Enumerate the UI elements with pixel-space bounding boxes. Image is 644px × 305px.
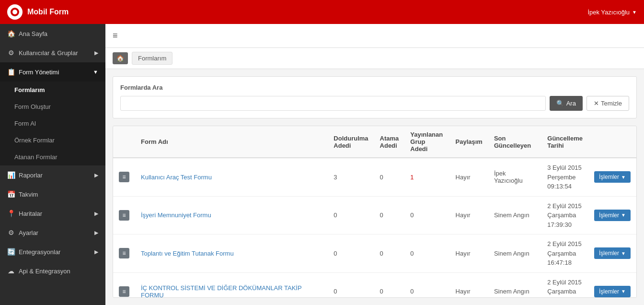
main-header: ≡ <box>105 24 644 48</box>
sidebar-label-entegrasyonlar: Entegrasyonlar <box>19 248 60 256</box>
sidebar-item-form-olustur[interactable]: Form Oluştur <box>0 98 105 115</box>
cell-icon: ≡ <box>113 272 135 298</box>
sidebar-item-takvim[interactable]: 📅 Takvim <box>0 185 105 204</box>
forms-table-container: Form Adı Doldurulma Adedi Atama Adedi Ya… <box>113 126 637 298</box>
search-row: 🔍 Ara ✕ Temizle <box>120 96 629 111</box>
clear-label: Temizle <box>601 100 622 107</box>
sidebar-item-form-al[interactable]: Form Al <box>0 115 105 132</box>
chart-icon: 📊 <box>7 171 15 179</box>
cell-atama: 0 <box>374 196 405 235</box>
user-menu[interactable]: İpek Yazıcıoğlu <box>587 9 637 16</box>
sidebar-label-ornek-formlar: Örnek Formlar <box>14 137 55 144</box>
sidebar-label-form-olustur: Form Oluştur <box>14 103 51 110</box>
search-input[interactable] <box>120 96 546 111</box>
islemler-label: İşlemler <box>599 250 619 257</box>
sidebar-item-haritalar[interactable]: 📍 Haritalar ▶ <box>0 204 105 223</box>
form-type-icon: ≡ <box>119 248 129 258</box>
cell-form-adi[interactable]: Toplantı ve Eğitim Tutanak Formu <box>135 235 328 273</box>
th-islemler <box>588 126 636 158</box>
sidebar-item-atanan-formlar[interactable]: Atanan Formlar <box>0 149 105 165</box>
islemler-button[interactable]: İşlemler ▼ <box>594 171 631 183</box>
sidebar-label-ayarlar: Ayarlar <box>19 229 38 236</box>
app-logo <box>7 4 23 20</box>
sidebar-item-kullanicilar[interactable]: ⚙ Kullanıcılar & Gruplar ▶ <box>0 43 105 62</box>
cell-guncelleme: 2 Eylül 2015 Çarşamba 15:21:09 <box>541 272 588 298</box>
form-type-icon: ≡ <box>119 286 129 297</box>
gear-icon: ⚙ <box>7 49 15 57</box>
sidebar-label-ana-sayfa: Ana Sayfa <box>19 30 47 37</box>
cell-icon: ≡ <box>113 196 135 235</box>
cell-atama: 0 <box>374 272 405 298</box>
user-name: İpek Yazıcıoğlu <box>587 9 630 16</box>
sidebar-item-ornek-formlar[interactable]: Örnek Formlar <box>0 132 105 149</box>
table-row: ≡ İşyeri Memnuniyet Formu 0 0 0 Hayır Si… <box>113 196 636 235</box>
sidebar-item-form-yonetimi[interactable]: 📋 Form Yönetimi ▼ <box>0 62 105 82</box>
cell-form-adi[interactable]: Kullanıcı Araç Test Formu <box>135 158 328 196</box>
sidebar-item-ana-sayfa[interactable]: 🏠 Ana Sayfa <box>0 24 105 43</box>
breadcrumb-current: Formlarım <box>132 52 172 65</box>
sidebar-label-form-al: Form Al <box>14 120 36 127</box>
sidebar-item-entegrasyonlar[interactable]: 🔄 Entegrasyonlar ▶ <box>0 242 105 261</box>
table-row: ≡ Kullanıcı Araç Test Formu 3 0 1 Hayır … <box>113 158 636 196</box>
form-type-icon: ≡ <box>119 210 129 221</box>
cell-doldurulma: 0 <box>328 196 374 235</box>
breadcrumb-home-button[interactable]: 🏠 <box>113 52 128 64</box>
cell-doldurulma: 3 <box>328 158 374 196</box>
map-icon: 📍 <box>7 210 15 217</box>
sidebar-label-takvim: Takvim <box>19 191 38 198</box>
cell-yayinlanan[interactable]: 1 <box>404 158 449 196</box>
sidebar-item-formlarim[interactable]: Formlarım <box>0 82 105 98</box>
th-icon <box>113 126 135 158</box>
sidebar-item-raporlar[interactable]: 📊 Raporlar ▶ <box>0 165 105 185</box>
cell-form-adi[interactable]: İÇ KONTROL SİSTEMİ VE DİĞER DÖKÜMANLAR T… <box>135 272 328 298</box>
cloud-icon: ☁ <box>7 267 15 275</box>
table-row: ≡ İÇ KONTROL SİSTEMİ VE DİĞER DÖKÜMANLAR… <box>113 272 636 298</box>
islemler-button[interactable]: İşlemler ▼ <box>594 286 631 297</box>
cell-doldurulma: 0 <box>328 235 374 273</box>
form-icon: 📋 <box>7 68 15 76</box>
cell-atama: 0 <box>374 235 405 273</box>
hamburger-icon[interactable]: ≡ <box>113 31 118 41</box>
th-guncelleme: Güncelleme Tarihi <box>541 126 588 158</box>
search-label: Ara <box>566 100 576 107</box>
search-button[interactable]: 🔍 Ara <box>550 96 583 111</box>
table-header-row: Form Adı Doldurulma Adedi Atama Adedi Ya… <box>113 126 636 158</box>
search-panel: Formlarda Ara 🔍 Ara ✕ Temizle <box>113 76 637 118</box>
cell-form-adi[interactable]: İşyeri Memnuniyet Formu <box>135 196 328 235</box>
table-row: ≡ Toplantı ve Eğitim Tutanak Formu 0 0 0… <box>113 235 636 273</box>
cell-paylasim: Hayır <box>450 158 488 196</box>
settings-icon: ⚙ <box>7 229 15 236</box>
cell-islemler: İşlemler ▼ <box>588 272 636 298</box>
clear-icon: ✕ <box>594 100 599 107</box>
sidebar-item-api[interactable]: ☁ Api & Entegrasyon <box>0 261 105 281</box>
th-atama: Atama Adedi <box>374 126 405 158</box>
cell-paylasim: Hayır <box>450 272 488 298</box>
islemler-label: İşlemler <box>599 174 619 180</box>
islemler-button[interactable]: İşlemler ▼ <box>594 247 631 259</box>
cell-doldurulma: 0 <box>328 272 374 298</box>
sidebar-item-ayarlar[interactable]: ⚙ Ayarlar ▶ <box>0 223 105 242</box>
cell-guncelleme: 2 Eylül 2015 Çarşamba 16:47:18 <box>541 235 588 273</box>
cell-son-guncelleyen: İpek Yazıcıoğlu <box>488 158 541 196</box>
cell-yayinlanan: 0 <box>404 272 449 298</box>
dropdown-arrow-icon: ▼ <box>621 175 626 180</box>
islemler-label: İşlemler <box>599 288 619 295</box>
calendar-icon: 📅 <box>7 190 15 198</box>
sidebar-label-api: Api & Entegrasyon <box>19 268 70 275</box>
cell-son-guncelleyen: Sinem Angın <box>488 235 541 273</box>
cell-son-guncelleyen: Sinem Angın <box>488 272 541 298</box>
cell-islemler: İşlemler ▼ <box>588 196 636 235</box>
th-doldurulma: Doldurulma Adedi <box>328 126 374 158</box>
th-form-adi: Form Adı <box>135 126 328 158</box>
arrow-haritalar-icon: ▶ <box>94 211 98 217</box>
islemler-label: İşlemler <box>599 212 619 219</box>
arrow-entegrasyon-icon: ▶ <box>94 249 98 255</box>
th-son-guncelleyen: Son Güncelleyen <box>488 126 541 158</box>
clear-button[interactable]: ✕ Temizle <box>586 96 629 111</box>
cell-islemler: İşlemler ▼ <box>588 158 636 196</box>
expand-arrow-icon: ▼ <box>93 69 98 75</box>
search-icon: 🔍 <box>556 100 564 107</box>
form-type-icon: ≡ <box>119 172 129 182</box>
integration-icon: 🔄 <box>7 248 15 256</box>
islemler-button[interactable]: İşlemler ▼ <box>594 210 631 221</box>
